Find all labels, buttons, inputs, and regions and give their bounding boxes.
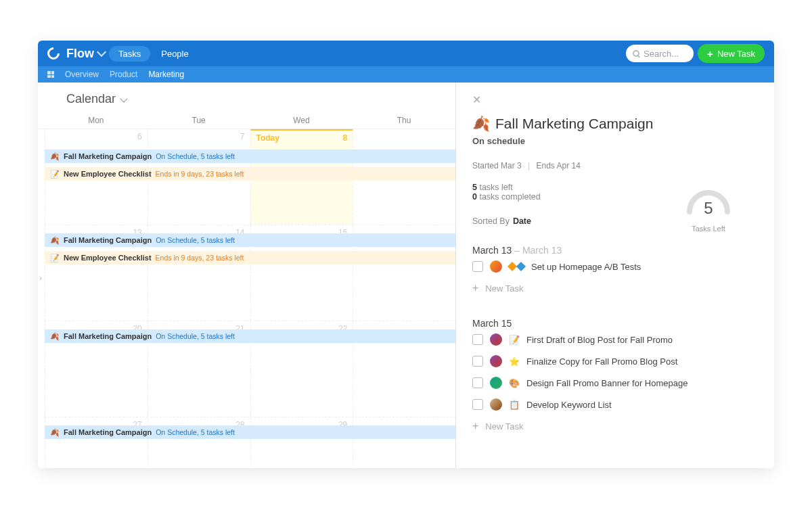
nav-tasks[interactable]: Tasks (109, 46, 150, 62)
avatar (490, 398, 502, 411)
bar-emoji-icon: 📝 (50, 170, 60, 179)
task-row[interactable]: 📋Develop Keyword List (472, 394, 758, 415)
bar-meta: Ends in 9 days, 23 tasks left (156, 170, 244, 178)
add-task-button[interactable]: +New Task (472, 415, 758, 437)
task-row[interactable]: ⭐Finalize Copy for Fall Promo Blog Post (472, 350, 758, 372)
logo-icon (45, 45, 62, 62)
bar-emoji-icon: 🍂 (50, 236, 60, 245)
task-checkbox[interactable] (472, 334, 483, 345)
task-checkbox[interactable] (472, 377, 483, 388)
task-emoji-icon: ⭐ (509, 356, 520, 367)
plus-icon: + (472, 282, 478, 294)
project-bar[interactable]: 🍂Fall Marketing CampaignOn Schedule, 5 t… (45, 149, 455, 163)
task-emoji-icon: 🎨 (509, 378, 520, 388)
task-row[interactable]: 📝First Draft of Blog Post for Fall Promo (472, 329, 758, 350)
task-row[interactable]: 🎨Design Fall Promo Banner for Homepage (472, 372, 758, 394)
plus-icon: + (707, 48, 713, 60)
task-emoji-icon: 📋 (509, 400, 520, 410)
calendar-pane: Calendar MonTueWedThu 67Today8🍂Fall Mark… (38, 83, 456, 468)
close-icon[interactable]: ✕ (472, 94, 481, 106)
chevron-down-icon (120, 95, 127, 102)
project-bar[interactable]: 📝New Employee ChecklistEnds in 9 days, 2… (45, 167, 455, 181)
new-task-button[interactable]: + New Task (698, 44, 765, 63)
task-checkbox[interactable] (472, 356, 483, 367)
task-emoji-icon: 📝 (509, 335, 520, 345)
bar-meta: On Schedule, 5 tasks left (156, 428, 235, 436)
add-task-button[interactable]: +New Task (472, 277, 758, 299)
task-title: Develop Keyword List (526, 400, 612, 410)
detail-pane: ✕ 🍂 Fall Marketing Campaign On schedule … (456, 83, 774, 468)
bar-emoji-icon: 🍂 (50, 152, 60, 161)
today-label: Today (256, 133, 279, 143)
crumb-product[interactable]: Product (110, 70, 137, 79)
date-number: 7 (240, 132, 245, 141)
date-number: 8 (343, 133, 348, 143)
plus-icon: + (472, 420, 478, 432)
calendar-view-selector[interactable]: Calendar (38, 83, 455, 112)
bar-meta: On Schedule, 5 tasks left (156, 332, 235, 340)
top-bar: Flow Tasks People Search... + New Task (38, 41, 774, 66)
task-title: Set up Homepage A/B Tests (531, 262, 641, 272)
crumb-overview[interactable]: Overview (65, 70, 99, 79)
day-header: Tue (148, 116, 250, 125)
bar-title: New Employee Checklist (64, 170, 152, 178)
bar-meta: On Schedule, 5 tasks left (156, 236, 235, 244)
bar-meta: On Schedule, 5 tasks left (156, 152, 235, 160)
search-icon (633, 50, 639, 57)
task-title: First Draft of Blog Post for Fall Promo (526, 335, 673, 345)
crumb-marketing[interactable]: Marketing (148, 70, 184, 79)
task-group-header: March 15 (472, 318, 758, 329)
day-header: Wed (250, 116, 353, 125)
avatar (490, 377, 502, 389)
bar-emoji-icon: 📝 (50, 254, 60, 262)
task-title: Design Fall Promo Banner for Homepage (526, 378, 687, 388)
project-bar[interactable]: 🍂Fall Marketing CampaignOn Schedule, 5 t… (45, 425, 455, 439)
search-input[interactable]: Search... (626, 45, 694, 62)
chevron-down-icon (97, 47, 106, 57)
bar-emoji-icon: 🍂 (50, 428, 60, 437)
project-emoji-icon: 🍂 (472, 116, 490, 132)
day-header: Mon (45, 116, 148, 125)
project-dates: Started Mar 3 | Ends Apr 14 (472, 161, 758, 170)
breadcrumb-bar: Overview Product Marketing (38, 66, 774, 83)
project-bar[interactable]: 🍂Fall Marketing CampaignOn Schedule, 5 t… (45, 233, 455, 247)
date-number: 6 (137, 132, 142, 141)
bar-meta: Ends in 9 days, 23 tasks left (156, 254, 244, 262)
grid-icon[interactable] (47, 71, 54, 78)
day-header: Thu (353, 116, 455, 125)
bar-title: Fall Marketing Campaign (64, 428, 152, 436)
project-status: On schedule (472, 136, 758, 146)
bar-title: New Employee Checklist (64, 254, 152, 262)
project-title: 🍂 Fall Marketing Campaign (472, 116, 758, 132)
day-headers: MonTueWedThu (38, 112, 455, 129)
brand[interactable]: Flow (66, 47, 105, 61)
avatar (490, 333, 502, 346)
task-group-header: March 13 – March 13 (472, 245, 758, 256)
nav-people[interactable]: People (154, 46, 195, 62)
bar-title: Fall Marketing Campaign (64, 332, 152, 340)
tasks-left-gauge: 5 Tasks Left (685, 188, 732, 233)
task-row[interactable]: Set up Homepage A/B Tests (472, 256, 758, 277)
calendar-grid: 67Today8🍂Fall Marketing CampaignOn Sched… (38, 129, 455, 468)
project-bar[interactable]: 🍂Fall Marketing CampaignOn Schedule, 5 t… (45, 329, 455, 343)
task-checkbox[interactable] (472, 399, 483, 410)
task-checkbox[interactable] (472, 261, 483, 272)
tag-icon (516, 262, 526, 271)
task-title: Finalize Copy for Fall Promo Blog Post (526, 356, 677, 367)
avatar (490, 355, 502, 367)
bar-title: Fall Marketing Campaign (64, 152, 152, 160)
avatar (490, 260, 502, 273)
project-bar[interactable]: 📝New Employee ChecklistEnds in 9 days, 2… (45, 251, 455, 264)
expand-arrow-icon[interactable]: › (39, 273, 42, 283)
bar-title: Fall Marketing Campaign (64, 236, 152, 244)
bar-emoji-icon: 🍂 (50, 332, 60, 341)
